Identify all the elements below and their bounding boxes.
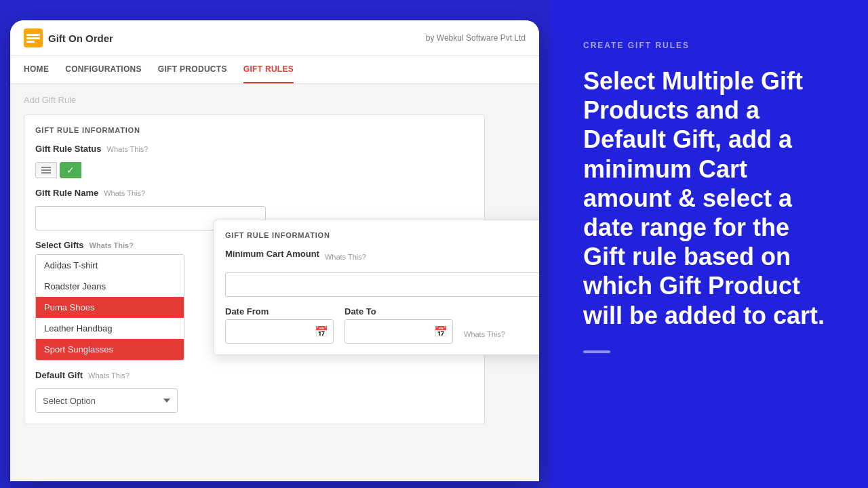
dropdown-item-sport[interactable]: Sport Sunglasses (36, 339, 184, 360)
nav-gift-products[interactable]: GIFT PRODUCTS (158, 56, 227, 83)
svg-rect-5 (41, 169, 51, 171)
promo-text: Select Multiple Gift Products and a Defa… (583, 66, 834, 330)
app-header: Gift On Order by Webkul Software Pvt Ltd (10, 20, 539, 56)
default-gift-whats[interactable]: Whats This? (88, 371, 130, 380)
list-icon (41, 167, 51, 174)
right-panel: CREATE GIFT RULES Select Multiple Gift P… (549, 0, 868, 488)
gift-rule-status-whats[interactable]: Whats This? (107, 145, 149, 153)
gift-rule-status-label: Gift Rule Status (35, 144, 102, 154)
nav-home[interactable]: HOME (24, 56, 49, 83)
min-cart-input[interactable] (225, 272, 539, 297)
svg-rect-1 (26, 34, 40, 36)
check-icon: ✓ (66, 165, 75, 176)
svg-rect-2 (26, 37, 40, 39)
date-to-label: Date To (344, 306, 453, 317)
gift-rule-name-whats[interactable]: Whats This? (104, 189, 145, 197)
page-title: Add Gift Rule (24, 95, 526, 105)
date-from-group: Date From 📅 (225, 306, 334, 344)
svg-rect-6 (41, 172, 51, 174)
dropdown-item-roadster[interactable]: Roadster Jeans (36, 276, 184, 297)
nav-configurations[interactable]: CONFIGURATIONS (65, 56, 142, 83)
second-section-title: GIFT RULE INFORMATION (225, 231, 539, 239)
divider-line (583, 350, 610, 353)
dropdown-item-puma[interactable]: Puma Shoes (36, 297, 184, 318)
date-from-label: Date From (225, 306, 334, 317)
toggle-group: ✓ (35, 162, 473, 178)
date-to-wrapper: 📅 (344, 319, 453, 344)
gift-rule-status-row: Gift Rule Status Whats This? (35, 144, 473, 154)
select-gifts-whats[interactable]: Whats This? (90, 241, 134, 249)
by-text: by Webkul Software Pvt Ltd (426, 33, 526, 43)
second-info-panel: GIFT RULE INFORMATION Minimum Cart Amoun… (214, 220, 539, 355)
nav-gift-rules[interactable]: GIFT RULES (243, 56, 294, 83)
default-gift-select[interactable]: Select Option (35, 388, 178, 413)
svg-rect-4 (41, 167, 51, 168)
gift-rule-name-label: Gift Rule Name (35, 188, 98, 198)
date-from-input[interactable] (225, 319, 334, 344)
min-cart-label: Minimum Cart Amount (225, 249, 319, 259)
main-card: Gift On Order by Webkul Software Pvt Ltd… (10, 20, 539, 481)
create-gift-rules-label: CREATE GIFT RULES (583, 41, 834, 50)
section-title: GIFT RULE INFORMATION (35, 126, 473, 134)
date-from-wrapper: 📅 (225, 319, 334, 344)
nav-bar: HOME CONFIGURATIONS GIFT PRODUCTS GIFT R… (10, 56, 539, 84)
left-panel: Gift On Order by Webkul Software Pvt Ltd… (0, 0, 549, 488)
main-content: Add Gift Rule GIFT RULE INFORMATION Gift… (10, 84, 539, 481)
min-cart-whats[interactable]: Whats This? (325, 253, 366, 261)
select-gifts-label: Select Gifts (35, 240, 84, 250)
logo-icon (24, 28, 43, 47)
svg-rect-3 (26, 41, 35, 43)
gift-dropdown-list: Adidas T-shirt Roadster Jeans Puma Shoes… (35, 254, 184, 361)
app-logo: Gift On Order (24, 28, 113, 47)
toggle-list-btn[interactable] (35, 162, 57, 178)
app-title: Gift On Order (48, 33, 113, 44)
min-cart-label-row: Minimum Cart Amount Whats This? (225, 249, 539, 264)
dropdown-item-adidas[interactable]: Adidas T-shirt (36, 255, 184, 276)
date-row: Date From 📅 Date To 📅 Whats This? (225, 306, 539, 344)
toggle-check-btn[interactable]: ✓ (60, 162, 81, 178)
date-to-group: Date To 📅 (344, 306, 453, 344)
gift-rule-name-row: Gift Rule Name Whats This? (35, 188, 473, 198)
default-gift-row: Default Gift Whats This? (35, 370, 473, 380)
default-gift-label: Default Gift (35, 370, 83, 380)
dropdown-item-leather[interactable]: Leather Handbag (36, 318, 184, 339)
date-whats[interactable]: Whats This? (464, 330, 505, 338)
date-to-input[interactable] (344, 319, 453, 344)
